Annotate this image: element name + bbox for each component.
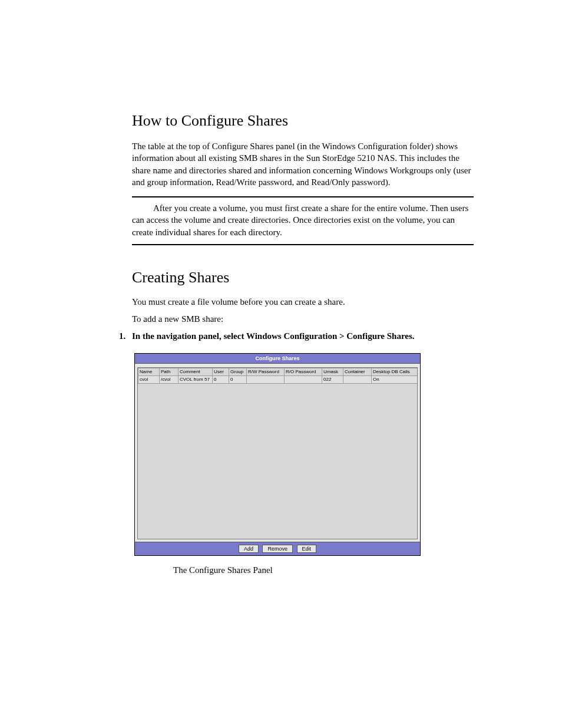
cell-user: 0 [213, 375, 229, 383]
col-umask[interactable]: Umask [322, 368, 343, 375]
cell-desktop: On [372, 375, 418, 383]
document-page: How to Configure Shares The table at the… [0, 0, 562, 728]
step-1: 1.In the navigation panel, select Window… [119, 331, 474, 341]
table-row[interactable]: cvol /cvol CVOL from 57 0 0 022 On [138, 375, 418, 383]
cell-rw [247, 375, 285, 383]
col-name[interactable]: Name [138, 368, 160, 375]
cell-path: /cvol [160, 375, 178, 383]
shares-table: Name Path Comment User Group R/W Passwor… [138, 368, 418, 384]
panel-title: Configure Shares [135, 354, 420, 364]
cell-container [343, 375, 372, 383]
shares-table-container: Name Path Comment User Group R/W Passwor… [137, 367, 418, 539]
heading-creating-shares: Creating Shares [132, 269, 474, 286]
table-header-row: Name Path Comment User Group R/W Passwor… [138, 368, 418, 375]
note-box: After you create a volume, you must firs… [132, 196, 474, 245]
col-ro-password[interactable]: R/O Password [285, 368, 322, 375]
cell-umask: 022 [322, 375, 343, 383]
cell-ro [285, 375, 322, 383]
paragraph-to-add: To add a new SMB share: [132, 314, 474, 324]
edit-button[interactable]: Edit [297, 545, 317, 553]
panel-footer: Add Remove Edit [135, 542, 420, 555]
col-rw-password[interactable]: R/W Password [247, 368, 285, 375]
paragraph-overview: The table at the top of Configure Shares… [132, 140, 474, 188]
step-1-number: 1. [119, 331, 132, 341]
col-comment[interactable]: Comment [178, 368, 213, 375]
note-text: After you create a volume, you must firs… [132, 202, 474, 238]
figure-caption: The Configure Shares Panel [173, 565, 474, 575]
paragraph-prereq: You must create a file volume before you… [132, 297, 474, 307]
col-container[interactable]: Container [343, 368, 372, 375]
configure-shares-panel: Configure Shares Name Path Comment User … [134, 353, 421, 556]
cell-comment: CVOL from 57 [178, 375, 213, 383]
remove-button[interactable]: Remove [262, 545, 293, 553]
col-desktop-db[interactable]: Desktop DB Calls [372, 368, 418, 375]
panel-body: Name Path Comment User Group R/W Passwor… [135, 364, 420, 542]
col-group[interactable]: Group [229, 368, 247, 375]
cell-name: cvol [138, 375, 160, 383]
add-button[interactable]: Add [239, 545, 259, 553]
step-1-text: In the navigation panel, select Windows … [132, 331, 415, 341]
col-user[interactable]: User [213, 368, 229, 375]
heading-how-to-configure-shares: How to Configure Shares [132, 112, 474, 130]
col-path[interactable]: Path [160, 368, 178, 375]
cell-group: 0 [229, 375, 247, 383]
